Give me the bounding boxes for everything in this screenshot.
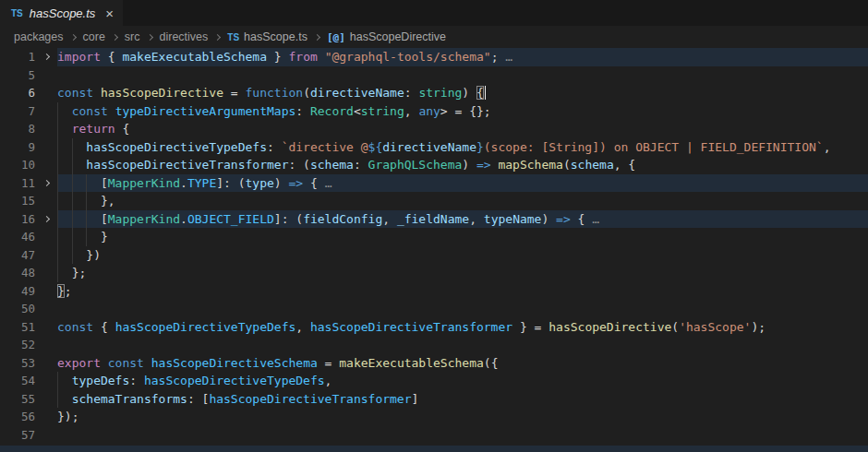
code-text[interactable]: }) xyxy=(57,246,868,265)
code-text[interactable] xyxy=(57,66,868,85)
code-line-54[interactable]: 54 typeDefs: hasScopeDirectiveTypeDefs, xyxy=(0,372,868,390)
token: ] xyxy=(412,392,419,406)
code-line-55[interactable]: 55 schemaTransforms: [hasScopeDirectiveT… xyxy=(0,390,868,409)
line-number: 11 xyxy=(0,174,35,193)
gutter: 16 xyxy=(0,210,57,229)
code-line-46[interactable]: 46 } xyxy=(0,228,868,246)
token: Record xyxy=(310,104,354,118)
gutter: 50 xyxy=(0,300,57,318)
fold-chevron-icon[interactable] xyxy=(42,54,49,60)
code-editor[interactable]: 1import { makeExecutableSchema } from "@… xyxy=(0,48,868,452)
token: } xyxy=(476,140,484,154)
token: schema xyxy=(310,158,354,172)
token xyxy=(57,122,72,136)
line-number: 47 xyxy=(0,246,35,265)
code-text[interactable]: }, xyxy=(57,192,868,210)
code-line-11[interactable]: 11 [MapperKind.TYPE]: (type) => { … xyxy=(0,174,868,193)
code-line-47[interactable]: 47 }) xyxy=(0,246,868,265)
code-text[interactable]: const { hasScopeDirectiveTypeDefs, hasSc… xyxy=(57,318,868,337)
token: string xyxy=(361,104,404,118)
code-text[interactable]: }); xyxy=(57,408,868,426)
gutter: 57 xyxy=(0,426,57,445)
token: hasScopeDirectiveTypeDefs xyxy=(86,140,267,154)
code-line-10[interactable]: 10 hasScopeDirectiveTransformer: (schema… xyxy=(0,156,868,174)
token: ); xyxy=(751,320,766,334)
token: . xyxy=(180,212,187,226)
fold-area xyxy=(35,228,57,246)
breadcrumb-item-src[interactable]: src xyxy=(125,30,140,43)
token: function xyxy=(246,86,304,100)
code-line-48[interactable]: 48 }; xyxy=(0,264,868,282)
code-line-5[interactable]: 5 xyxy=(0,66,868,85)
code-text[interactable]: const typeDirectiveArgumentMaps: Record<… xyxy=(57,102,868,121)
breadcrumb-item-directives[interactable]: directives xyxy=(160,30,209,43)
code-line-6[interactable]: 6const hasScopeDirective = function(dire… xyxy=(0,84,868,102)
line-number: 9 xyxy=(0,138,35,157)
fold-chevron-icon[interactable] xyxy=(42,216,49,222)
gutter: 54 xyxy=(0,372,57,390)
token: { xyxy=(571,212,592,226)
code-line-16[interactable]: 16 [MapperKind.OBJECT_FIELD]: (fieldConf… xyxy=(0,210,868,229)
code-text[interactable]: } xyxy=(57,228,868,246)
tab-hasscope-ts[interactable]: TS hasScope.ts × xyxy=(0,0,123,26)
symbol-method-icon: [@] xyxy=(327,31,345,43)
code-text[interactable]: [MapperKind.TYPE]: (type) => { … xyxy=(57,174,868,193)
code-line-53[interactable]: 53export const hasScopeDirectiveSchema =… xyxy=(0,354,868,373)
code-text[interactable]: return { xyxy=(57,120,868,138)
code-line-15[interactable]: 15 }, xyxy=(0,192,868,210)
code-text[interactable]: typeDefs: hasScopeDirectiveTypeDefs, xyxy=(57,372,868,390)
token: hasScopeDirective xyxy=(549,320,671,334)
code-text[interactable]: }; xyxy=(57,264,868,282)
code-line-1[interactable]: 1import { makeExecutableSchema } from "@… xyxy=(0,48,868,66)
code-line-9[interactable]: 9 hasScopeDirectiveTypeDefs: `directive … xyxy=(0,138,868,157)
code-text[interactable]: hasScopeDirectiveTransformer: (schema: G… xyxy=(57,156,868,174)
code-line-56[interactable]: 56}); xyxy=(0,408,868,426)
token: hasScopeDirective xyxy=(101,86,223,100)
breadcrumb-item-file[interactable]: TS hasScope.ts xyxy=(227,30,307,43)
token: directiveName xyxy=(382,140,476,154)
code-text[interactable]: [MapperKind.OBJECT_FIELD]: (fieldConfig,… xyxy=(57,210,868,229)
line-number: 57 xyxy=(0,426,35,445)
token: }; xyxy=(57,266,86,280)
token: ( xyxy=(671,320,679,334)
token: MapperKind xyxy=(108,176,180,190)
code-line-51[interactable]: 51const { hasScopeDirectiveTypeDefs, has… xyxy=(0,318,868,337)
gutter: 49 xyxy=(0,282,57,301)
code-text[interactable]: import { makeExecutableSchema } from "@g… xyxy=(57,48,868,66)
code-text[interactable]: }; xyxy=(57,282,868,301)
code-text[interactable]: export const hasScopeDirectiveSchema = m… xyxy=(57,354,868,373)
close-tab-icon[interactable]: × xyxy=(105,6,114,20)
code-text[interactable] xyxy=(57,336,868,354)
code-line-50[interactable]: 50 xyxy=(0,300,868,318)
code-line-57[interactable]: 57 xyxy=(0,426,868,445)
token: … xyxy=(325,176,332,190)
line-number: 54 xyxy=(0,372,35,390)
breadcrumb-item-symbol[interactable]: [@] hasScopeDirective xyxy=(327,30,446,43)
fold-area xyxy=(35,210,57,229)
breadcrumb-item-packages[interactable]: packages xyxy=(14,30,64,43)
fold-area xyxy=(35,390,57,409)
code-line-49[interactable]: 49}; xyxy=(0,282,868,301)
code-text[interactable] xyxy=(57,426,868,445)
vscode-window: TS hasScope.ts × packages core src direc… xyxy=(0,0,868,452)
code-text[interactable]: const hasScopeDirective = function(direc… xyxy=(57,84,868,102)
code-line-52[interactable]: 52 xyxy=(0,336,868,354)
gutter: 10 xyxy=(0,156,57,174)
token: [ xyxy=(57,212,108,226)
code-text[interactable] xyxy=(57,300,868,318)
token: hasScopeDirectiveTransformer xyxy=(209,392,411,406)
code-line-8[interactable]: 8 return { xyxy=(0,120,868,138)
token: type xyxy=(246,176,274,190)
token: fieldConfig xyxy=(303,212,382,226)
token: ]: ( xyxy=(274,212,303,226)
code-text[interactable]: hasScopeDirectiveTypeDefs: `directive @$… xyxy=(57,138,868,157)
token xyxy=(57,374,72,387)
code-line-7[interactable]: 7 const typeDirectiveArgumentMaps: Recor… xyxy=(0,102,868,121)
breadcrumb: packages core src directives TS hasScope… xyxy=(0,26,868,48)
token: typeName xyxy=(484,212,542,226)
fold-area xyxy=(35,102,57,121)
fold-area xyxy=(35,318,57,337)
fold-chevron-icon[interactable] xyxy=(42,180,49,186)
code-text[interactable]: schemaTransforms: [hasScopeDirectiveTran… xyxy=(57,390,868,409)
breadcrumb-item-core[interactable]: core xyxy=(83,30,105,43)
